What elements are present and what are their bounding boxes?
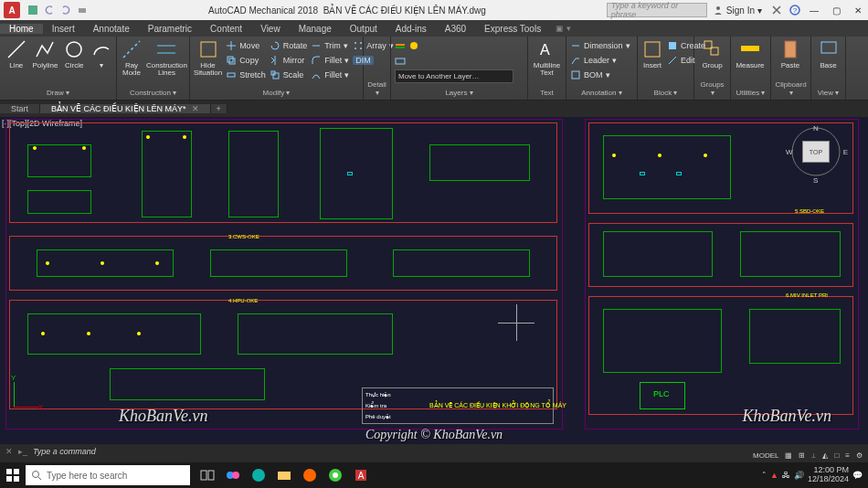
svg-point-17 (360, 42, 362, 44)
scale-button[interactable]: Scale (270, 68, 308, 81)
edge-icon[interactable] (247, 463, 270, 487)
tray-network-icon[interactable]: 🖧 (782, 471, 790, 480)
status-lwt-icon[interactable]: ≡ (843, 451, 852, 460)
status-grid-icon[interactable]: ▦ (783, 451, 794, 460)
measure-button[interactable]: Measure (735, 38, 766, 69)
taskbar-search[interactable]: Type here to search (26, 465, 190, 485)
ray-mode-button[interactable]: Ray Mode (121, 38, 143, 77)
tab-manage[interactable]: Manage (290, 24, 341, 34)
save-icon[interactable] (27, 5, 38, 16)
task-view-icon[interactable] (196, 463, 219, 487)
status-bar: MODEL ▦ ⊞ ⟂ ◭ □ ≡ ⚙ (747, 448, 868, 462)
new-tab-button[interactable]: + (211, 104, 228, 113)
svg-point-44 (232, 472, 239, 479)
fillet-button[interactable]: Fillet ▾ (311, 53, 349, 67)
status-osnap-icon[interactable]: □ (832, 451, 841, 460)
insert-button[interactable]: Insert (641, 38, 663, 69)
tab-output[interactable]: Output (341, 24, 386, 34)
rotate-button[interactable]: Rotate (270, 38, 308, 52)
copy-button[interactable]: Copy (226, 53, 266, 67)
close-tab-icon[interactable]: ✕ (192, 104, 199, 113)
bom-button[interactable]: BOM ▾ (570, 68, 630, 81)
svg-rect-1 (79, 8, 86, 13)
doc-tab-current[interactable]: BẢN VẼ CÁC ĐIỀU KIỆN LÊN MÁY*✕ (40, 104, 211, 113)
help-search[interactable]: Type a keyword or phrase (607, 3, 707, 17)
viewcube[interactable]: TOP N E S W (786, 124, 850, 188)
leader-button[interactable]: Leader ▾ (570, 53, 630, 67)
tab-content[interactable]: Content (201, 24, 251, 34)
dimension-button[interactable]: Dimension ▾ (570, 38, 630, 52)
plc-label: PLC (653, 389, 670, 398)
quick-access-toolbar (27, 5, 88, 16)
base-button[interactable]: Base (815, 38, 842, 69)
hide-situation-button[interactable]: Hide Situation (194, 38, 222, 77)
ribbon-focus-icon[interactable]: ▣ ▾ (556, 24, 571, 33)
group-button[interactable]: Group (698, 38, 726, 69)
explorer-icon[interactable] (272, 463, 296, 487)
trim-button[interactable]: Trim ▾ (311, 38, 349, 52)
construction-lines-button[interactable]: Construction Lines (146, 38, 187, 77)
tab-insert[interactable]: Insert (43, 24, 84, 34)
clock[interactable]: 12:00 PM 12/18/2024 (808, 466, 849, 484)
browser-icon[interactable] (298, 463, 322, 487)
tab-a360[interactable]: A360 (436, 24, 475, 34)
svg-rect-33 (821, 42, 836, 53)
layer-dropdown[interactable]: Move to Another Layer… (395, 69, 513, 83)
doc-tab-start[interactable]: Start (0, 104, 40, 113)
tray-volume-icon[interactable]: 🔊 (794, 471, 804, 480)
start-button[interactable] (0, 462, 26, 488)
svg-rect-12 (229, 58, 235, 64)
tab-express[interactable]: Express Tools (475, 24, 550, 34)
system-tray: ˄ ▲ 🖧 🔊 12:00 PM 12/18/2024 💬 (762, 466, 868, 484)
stretch-button[interactable]: Stretch (226, 68, 266, 81)
tray-shield-icon[interactable]: ▲ (770, 471, 778, 480)
app-icon[interactable]: A (4, 2, 20, 18)
maximize-button[interactable]: ▢ (826, 5, 846, 16)
arc-button[interactable]: ▾ (90, 38, 112, 69)
exchange-icon[interactable] (771, 5, 782, 16)
tab-addins[interactable]: Add-ins (386, 24, 436, 34)
line-button[interactable]: Line (4, 38, 28, 69)
redo-icon[interactable] (60, 5, 71, 16)
svg-rect-36 (14, 469, 19, 474)
help-icon[interactable]: ? (789, 5, 800, 16)
svg-rect-28 (669, 42, 676, 49)
command-line[interactable]: ✕ ▸_ Type a command (0, 444, 868, 459)
status-snap-icon[interactable]: ⊞ (797, 451, 807, 460)
ucs-icon[interactable]: Y X (9, 380, 46, 417)
undo-icon[interactable] (44, 5, 55, 16)
print-icon[interactable] (77, 5, 88, 16)
sign-in-button[interactable]: Sign In ▾ (713, 5, 762, 16)
status-polar-icon[interactable]: ◭ (820, 451, 830, 460)
tab-annotate[interactable]: Annotate (84, 24, 139, 34)
polyline-button[interactable]: Polyline (32, 38, 58, 69)
close-button[interactable]: ✕ (848, 5, 868, 16)
svg-rect-15 (273, 73, 279, 79)
multiline-text-button[interactable]: AMultiline Text (532, 38, 562, 77)
chrome-icon[interactable] (323, 463, 347, 487)
minimize-button[interactable]: — (804, 5, 824, 16)
status-gear-icon[interactable]: ⚙ (854, 451, 864, 460)
tab-parametric[interactable]: Parametric (139, 24, 201, 34)
svg-point-45 (252, 469, 265, 482)
panel-view: Base View ▾ (811, 37, 846, 100)
tab-home[interactable]: Home (0, 24, 43, 34)
autocad-icon[interactable]: A (349, 463, 373, 487)
circle-button[interactable]: Circle (62, 38, 87, 69)
tab-view[interactable]: View (251, 24, 290, 34)
svg-rect-10 (201, 42, 216, 57)
move-button[interactable]: Move (226, 38, 266, 52)
notifications-icon[interactable]: 💬 (852, 471, 863, 480)
tray-chevron-icon[interactable]: ˄ (762, 471, 767, 480)
status-model[interactable]: MODEL (751, 451, 780, 460)
svg-rect-21 (396, 47, 405, 48)
copilot-icon[interactable] (221, 463, 245, 487)
mirror-button[interactable]: Mirror (270, 53, 308, 67)
close-cmd-icon[interactable]: ✕ (5, 447, 13, 456)
paste-button[interactable]: Paste (775, 38, 806, 69)
svg-point-6 (67, 42, 81, 57)
drawing-canvas[interactable]: [-][Top][2D Wireframe] KHOBẢNVẼ 3.CWS-OK… (0, 117, 868, 444)
status-ortho-icon[interactable]: ⟂ (810, 451, 818, 460)
fillet2-button[interactable]: Fillet ▾ (311, 68, 349, 81)
panel-annotation: Dimension ▾ Leader ▾ BOM ▾ Annotation ▾ (566, 37, 638, 100)
